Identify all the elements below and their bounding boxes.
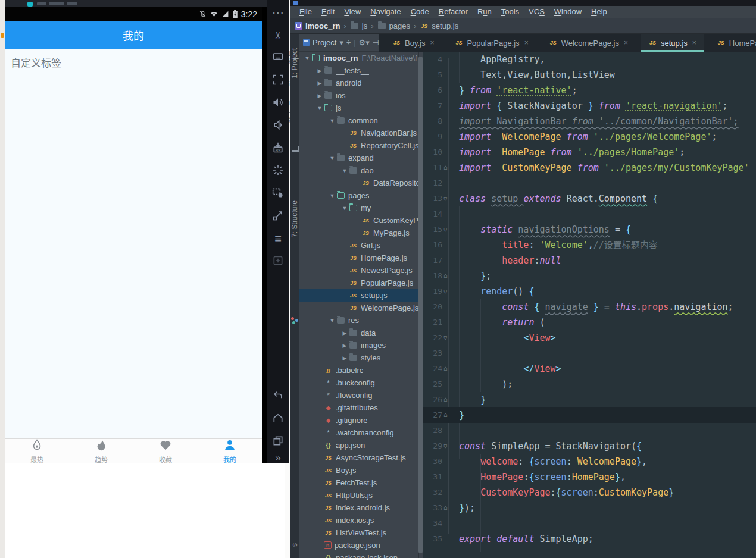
tree-item-pages[interactable]: ▼pages — [299, 189, 418, 202]
tree-item-index.android.js[interactable]: JSindex.android.js — [299, 501, 418, 514]
chevron-expanded-icon[interactable]: ▼ — [328, 118, 336, 124]
fold-marker-icon[interactable]: ⌂ — [443, 284, 448, 299]
menu-item-navigate[interactable]: Navigate — [365, 6, 405, 18]
tree-item-common[interactable]: ▼common — [299, 114, 418, 127]
toolbar-install-apk-button[interactable]: apk — [267, 142, 289, 156]
tree-item-NewestPage.js[interactable]: JSNewestPage.js — [299, 264, 418, 277]
menu-item-window[interactable]: Window — [549, 6, 586, 18]
close-tab-icon[interactable]: × — [430, 39, 434, 47]
code-line-20[interactable]: 20 const { navigate } = this.props.navig… — [423, 299, 756, 315]
close-tab-icon[interactable]: × — [692, 39, 696, 47]
chevron-expanded-icon[interactable]: ▼ — [328, 155, 336, 161]
tree-item-data[interactable]: ▶data — [299, 327, 418, 339]
toolbar-more-button[interactable]: ⋯ — [267, 6, 289, 20]
chevron-collapsed-icon[interactable]: ▶ — [315, 80, 324, 86]
breadcrumb-item-setup.js[interactable]: JSsetup.js — [420, 21, 458, 30]
tree-item-Girl.js[interactable]: JSGirl.js — [299, 239, 418, 252]
tree-item-images[interactable]: ▶images — [299, 339, 418, 352]
code-editor[interactable]: 4 AppRegistry,5 Text,View,Button,ListVie… — [423, 52, 756, 558]
close-tab-icon[interactable]: × — [624, 39, 628, 47]
tree-item-ios[interactable]: ▶ios — [299, 89, 418, 102]
tree-item-.buckconfig[interactable]: *.buckconfig — [299, 377, 418, 389]
tree-item-styles[interactable]: ▶styles — [299, 352, 418, 364]
tree-item-MyPage.js[interactable]: JSMyPage.js — [299, 227, 418, 239]
code-line-33[interactable]: 33⌂}); — [423, 500, 756, 516]
toolbar-display-button[interactable] — [267, 51, 289, 65]
code-line-30[interactable]: 30 welcome: {screen: WelcomePage}, — [423, 454, 756, 469]
editor-tab-HomePage.js[interactable]: JSHomePage.js — [710, 34, 756, 52]
breadcrumb-item-pages[interactable]: pages — [377, 21, 410, 30]
toolbar-fullscreen-button[interactable] — [267, 74, 289, 88]
breadcrumb-item-js[interactable]: js — [350, 21, 367, 30]
code-line-31[interactable]: 31 HomePage:{screen:HomePage}, — [423, 469, 756, 485]
tree-item-NavigationBar.js[interactable]: JSNavigationBar.js — [299, 127, 418, 139]
tool-strip-structure-tab[interactable]: 7: Structure — [290, 200, 299, 237]
app-tab-收藏[interactable]: 收藏 — [133, 439, 198, 463]
tree-item-expand[interactable]: ▼expand — [299, 152, 418, 164]
tool-strip-clipped-tab[interactable]: s — [290, 543, 299, 547]
toolbar-menu-button[interactable]: ≡ — [267, 232, 289, 246]
tree-item-res[interactable]: ▼res — [299, 314, 418, 327]
nav-back-button[interactable] — [267, 388, 289, 403]
code-line-18[interactable]: 18⌂ }; — [423, 268, 756, 284]
tree-item-RepositoryCell.js[interactable]: JSRepositoryCell.js — [299, 139, 418, 152]
app-tab-我的[interactable]: 我的 — [198, 439, 262, 463]
toolbar-expand-button[interactable]: » — [267, 450, 289, 465]
code-line-35[interactable]: 35export default SimpleApp; — [423, 531, 756, 547]
chevron-collapsed-icon[interactable]: ▶ — [340, 355, 349, 361]
code-line-23[interactable]: 23 — [423, 346, 756, 361]
code-line-27[interactable]: 27⌂} — [423, 407, 756, 423]
nav-recents-button[interactable] — [267, 433, 289, 449]
fold-marker-icon[interactable]: ⌂ — [443, 330, 448, 346]
code-line-25[interactable]: 25 ); — [423, 377, 756, 392]
tree-item-package.json[interactable]: npackage.json — [299, 539, 418, 551]
code-line-10[interactable]: 10import HomePage from '../pages/HomePag… — [423, 145, 756, 160]
code-line-24[interactable]: 24⌂ </View> — [423, 361, 756, 377]
code-line-12[interactable]: 12 — [423, 175, 756, 191]
editor-tab-setup.js[interactable]: JSsetup.js× — [641, 34, 704, 52]
tree-scrollbar[interactable] — [418, 57, 423, 553]
code-line-17[interactable]: 17 header:null — [423, 253, 756, 268]
code-line-28[interactable]: 28 — [423, 423, 756, 438]
chevron-expanded-icon[interactable]: ▼ — [328, 318, 336, 324]
toolbar-resize-button[interactable] — [267, 209, 289, 224]
code-line-32[interactable]: 32 CustomKeyPage:{screen:CustomKeyPage} — [423, 485, 756, 500]
tool-strip-project-tab[interactable]: 1: Project — [290, 48, 299, 79]
tree-item-.watchmanconfig[interactable]: *.watchmanconfig — [299, 427, 418, 439]
chevron-expanded-icon[interactable]: ▼ — [303, 55, 311, 61]
menu-item-file[interactable]: File — [295, 6, 317, 18]
code-line-8[interactable]: 8import NavigationBar from '../common/Na… — [423, 114, 756, 129]
toolbar-volume-down-button[interactable] — [267, 119, 289, 133]
code-line-22[interactable]: 22⌂ <View> — [423, 330, 756, 346]
chevron-down-icon[interactable]: ▾ — [339, 38, 343, 47]
chevron-expanded-icon[interactable]: ▼ — [315, 105, 324, 111]
tree-item-PopularPage.js[interactable]: JSPopularPage.js — [299, 277, 418, 289]
chevron-expanded-icon[interactable]: ▼ — [328, 193, 336, 199]
app-tab-趋势[interactable]: 趋势 — [69, 439, 133, 463]
fold-marker-icon[interactable]: ⌂ — [443, 407, 448, 423]
fold-marker-icon[interactable]: ⌂ — [443, 500, 448, 516]
tree-item-Boy.js[interactable]: JSBoy.js — [299, 464, 418, 477]
fold-marker-icon[interactable]: ⌂ — [443, 361, 448, 377]
hide-panel-icon[interactable]: ⊣ — [373, 38, 379, 47]
code-line-14[interactable]: 14 — [423, 206, 756, 222]
code-line-26[interactable]: 26⌂ } — [423, 392, 756, 407]
code-line-29[interactable]: 29⌂const SimpleApp = StackNavigator({ — [423, 438, 756, 454]
editor-tab-WelcomePage.js[interactable]: JSWelcomePage.js× — [542, 34, 635, 52]
code-line-11[interactable]: 11⌂import CustomKeyPage from '../pages/m… — [423, 160, 756, 175]
chevron-collapsed-icon[interactable]: ▶ — [315, 68, 324, 74]
tree-item-imooc_rn[interactable]: ▼imooc_rnF:\ReactNative\f — [299, 52, 418, 64]
tree-item-HttpUtils.js[interactable]: JSHttpUtils.js — [299, 489, 418, 501]
fold-marker-icon[interactable]: ⌂ — [443, 392, 448, 407]
close-tab-icon[interactable]: × — [524, 39, 529, 47]
code-line-19[interactable]: 19⌂ render() { — [423, 284, 756, 299]
app-tab-最热[interactable]: 最热 — [5, 439, 69, 463]
code-line-15[interactable]: 15⌂ static navigationOptions = { — [423, 222, 756, 237]
tree-item-CustomKeyPage.js[interactable]: JSCustomKeyPage.js — [299, 214, 418, 227]
tree-item-__tests__[interactable]: ▶__tests__ — [299, 64, 418, 77]
code-line-21[interactable]: 21 return ( — [423, 315, 756, 330]
toolbar-volume-up-button[interactable] — [267, 96, 289, 111]
toolbar-sync-button[interactable] — [267, 164, 289, 178]
fold-marker-icon[interactable]: ⌂ — [443, 191, 448, 206]
tree-item-.babelrc[interactable]: B.babelrc — [299, 364, 418, 377]
